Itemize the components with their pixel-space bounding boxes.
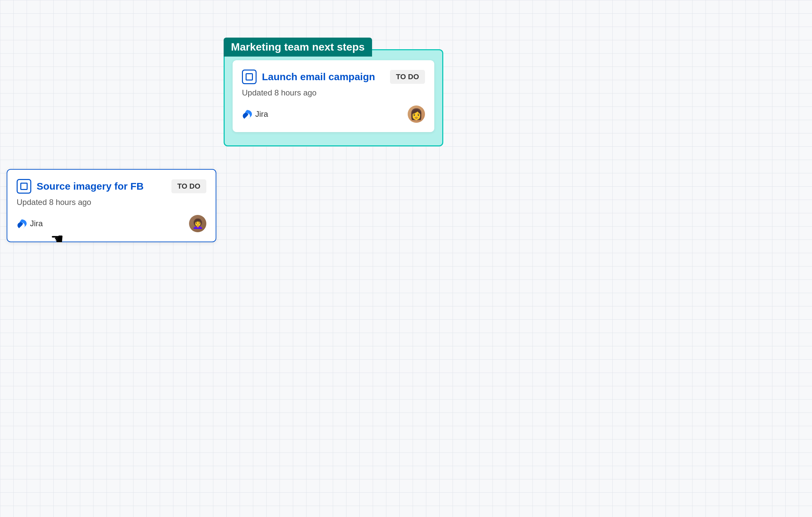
status-badge-source-imagery: TO DO — [171, 179, 206, 193]
status-badge-launch-email: TO DO — [390, 70, 425, 84]
card-title-source-imagery: Source imagery for FB — [37, 181, 144, 192]
jira-label-source-imagery: Jira — [30, 219, 43, 228]
jira-logo-icon — [242, 109, 252, 119]
task-icon-inner-source — [20, 183, 28, 190]
jira-source-launch-email: Jira — [242, 109, 268, 119]
jira-label-launch-email: Jira — [255, 110, 268, 119]
marketing-group: Marketing team next steps Launch email c… — [224, 49, 443, 146]
jira-icon-square-source — [17, 179, 31, 194]
source-imagery-card[interactable]: Source imagery for FB TO DO Updated 8 ho… — [7, 169, 216, 242]
avatar-source-imagery — [189, 215, 206, 232]
jira-source-source-imagery: Jira — [17, 219, 43, 229]
updated-time-source-imagery: Updated 8 hours ago — [17, 197, 206, 207]
jira-icon-square — [242, 69, 257, 84]
card-title-launch-email: Launch email campaign — [262, 71, 375, 83]
launch-email-card[interactable]: Launch email campaign TO DO Updated 8 ho… — [233, 60, 434, 132]
jira-logo-icon-source — [17, 219, 27, 229]
avatar-launch-email — [408, 105, 425, 123]
task-icon-inner — [245, 73, 253, 81]
updated-time-launch-email: Updated 8 hours ago — [242, 88, 425, 97]
group-label: Marketing team next steps — [224, 38, 372, 57]
